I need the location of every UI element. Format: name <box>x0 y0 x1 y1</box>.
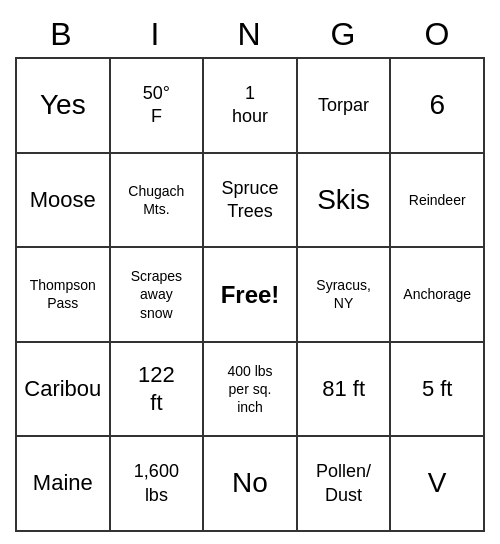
cell-24: V <box>391 437 485 532</box>
header-letter-G: G <box>297 12 391 57</box>
cell-text-15: Caribou <box>24 375 101 404</box>
cell-text-7: Spruce Trees <box>221 177 278 224</box>
cell-10: Thompson Pass <box>17 248 111 343</box>
cell-text-1: 50° F <box>143 82 170 129</box>
cell-23: Pollen/ Dust <box>298 437 392 532</box>
cell-21: 1,600 lbs <box>111 437 205 532</box>
cell-text-19: 5 ft <box>422 375 453 404</box>
cell-4: 6 <box>391 59 485 154</box>
cell-20: Maine <box>17 437 111 532</box>
cell-text-6: Chugach Mts. <box>128 182 184 218</box>
cell-text-2: 1 hour <box>232 82 268 129</box>
cell-0: Yes <box>17 59 111 154</box>
cell-5: Moose <box>17 154 111 249</box>
cell-text-24: V <box>428 465 447 501</box>
cell-text-18: 81 ft <box>322 375 365 404</box>
cell-text-16: 122 ft <box>138 361 175 418</box>
cell-22: No <box>204 437 298 532</box>
cell-text-21: 1,600 lbs <box>134 460 179 507</box>
bingo-card: BINGO Yes50° F1 hourTorpar6MooseChugach … <box>15 12 485 532</box>
cell-text-8: Skis <box>317 182 370 218</box>
cell-2: 1 hour <box>204 59 298 154</box>
cell-1: 50° F <box>111 59 205 154</box>
cell-7: Spruce Trees <box>204 154 298 249</box>
cell-17: 400 lbs per sq. inch <box>204 343 298 438</box>
cell-15: Caribou <box>17 343 111 438</box>
cell-18: 81 ft <box>298 343 392 438</box>
header-letter-O: O <box>391 12 485 57</box>
cell-text-0: Yes <box>40 87 86 123</box>
cell-11: Scrapes away snow <box>111 248 205 343</box>
cell-9: Reindeer <box>391 154 485 249</box>
header-letter-B: B <box>15 12 109 57</box>
cell-14: Anchorage <box>391 248 485 343</box>
cell-text-20: Maine <box>33 469 93 498</box>
cell-12: Free! <box>204 248 298 343</box>
cell-text-22: No <box>232 465 268 501</box>
bingo-grid: Yes50° F1 hourTorpar6MooseChugach Mts.Sp… <box>15 57 485 532</box>
cell-3: Torpar <box>298 59 392 154</box>
cell-text-17: 400 lbs per sq. inch <box>227 362 272 417</box>
cell-text-11: Scrapes away snow <box>131 267 182 322</box>
cell-13: Syracus, NY <box>298 248 392 343</box>
cell-text-10: Thompson Pass <box>30 276 96 312</box>
cell-text-13: Syracus, NY <box>316 276 370 312</box>
cell-text-23: Pollen/ Dust <box>316 460 371 507</box>
cell-text-3: Torpar <box>318 94 369 117</box>
cell-text-4: 6 <box>429 87 445 123</box>
cell-text-14: Anchorage <box>403 285 471 303</box>
cell-16: 122 ft <box>111 343 205 438</box>
header-letter-N: N <box>203 12 297 57</box>
cell-text-9: Reindeer <box>409 191 466 209</box>
cell-6: Chugach Mts. <box>111 154 205 249</box>
cell-text-12: Free! <box>221 279 280 310</box>
cell-8: Skis <box>298 154 392 249</box>
header-letter-I: I <box>109 12 203 57</box>
cell-text-5: Moose <box>30 186 96 215</box>
bingo-header: BINGO <box>15 12 485 57</box>
cell-19: 5 ft <box>391 343 485 438</box>
